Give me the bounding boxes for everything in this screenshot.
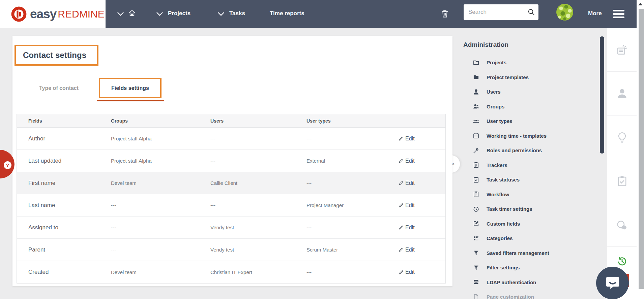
sidebar-scrollbar-thumb[interactable]	[600, 36, 604, 154]
user-types-icon	[473, 118, 479, 125]
person-icon	[616, 88, 628, 100]
app-logo[interactable]: easy REDMINE	[0, 0, 106, 28]
key-icon	[473, 147, 479, 154]
right-icon-rail	[607, 28, 637, 299]
pencil-icon	[398, 180, 404, 186]
sidebar-item-filter-settings[interactable]: Filter settings	[463, 260, 598, 275]
page-title: Contact settings	[16, 51, 86, 60]
sidebar-item-trackers[interactable]: Trackers	[463, 158, 598, 173]
nav-item-tasks[interactable]: Tasks	[229, 10, 245, 17]
chat-icon	[616, 219, 628, 231]
sidebar-item-label: Task statuses	[487, 177, 520, 182]
more-button[interactable]: More	[588, 10, 602, 17]
sidebar-item-label: Filter settings	[487, 265, 520, 270]
clipboard-grid-icon	[473, 191, 479, 198]
sidebar-item-user-types[interactable]: User types	[463, 114, 598, 129]
top-navbar: easy REDMINE Projects Tasks Time reports…	[0, 0, 644, 28]
pencil-icon	[398, 158, 404, 164]
table-header-row: FieldsGroupsUsersUser types	[17, 114, 445, 128]
user-icon	[473, 89, 479, 95]
pencil-icon	[398, 247, 404, 253]
scrollbar-thumb[interactable]	[639, 9, 644, 289]
cell-fields: Last updated	[17, 158, 99, 164]
sidebar-item-roles-and-permissions[interactable]: Roles and permissions	[463, 143, 598, 158]
column-header: Fields	[17, 118, 99, 124]
edit-button[interactable]: Edit	[388, 225, 445, 231]
edit-button[interactable]: Edit	[388, 247, 445, 253]
trash-icon[interactable]	[440, 8, 449, 19]
cell-groups: Devel team	[99, 269, 199, 275]
sidebar-item-custom-fields[interactable]: Custom fields	[463, 217, 598, 231]
edit-button[interactable]: Edit	[388, 158, 445, 164]
menu-icon[interactable]	[613, 10, 624, 20]
home-icon[interactable]	[128, 9, 136, 17]
pencil-icon	[398, 225, 404, 230]
table-row: AuthorProject staff Alpha------Edit	[17, 128, 445, 150]
rail-button-task-check[interactable]	[607, 159, 637, 203]
table-row: CreatedDevel teamChristian IT Expert---E…	[17, 261, 445, 283]
cell-groups: ---	[99, 225, 199, 230]
edit-button[interactable]: Edit	[388, 202, 445, 208]
chevron-down-icon[interactable]	[117, 12, 124, 16]
fields-table: FieldsGroupsUsersUser types AuthorProjec…	[17, 114, 446, 284]
sidebar-item-working-time-templates[interactable]: Working time - templates	[463, 129, 598, 143]
edit-button[interactable]: Edit	[388, 180, 445, 186]
search-icon[interactable]	[527, 8, 535, 16]
tab-type-of-contact[interactable]: Type of contact	[39, 85, 79, 91]
sidebar-item-label: Users	[487, 89, 501, 95]
rail-button-chat[interactable]	[607, 203, 637, 247]
page-scrollbar[interactable]	[637, 0, 644, 299]
sidebar-item-users[interactable]: Users	[463, 85, 598, 99]
avatar[interactable]	[556, 4, 573, 21]
cell-users: ---	[199, 202, 295, 208]
column-header: Groups	[99, 118, 199, 124]
sidebar-item-projects[interactable]: Projects	[463, 55, 598, 70]
nav-item-time-reports[interactable]: Time reports	[270, 10, 304, 17]
cell-fields: Created	[17, 269, 99, 275]
sidebar-item-task-statuses[interactable]: Task statuses	[463, 172, 598, 187]
sidebar-item-categories[interactable]: Categories	[463, 231, 598, 246]
cell-users: Christian IT Expert	[199, 269, 295, 275]
sidebar-item-saved-filters-management[interactable]: Saved filters management	[463, 246, 598, 261]
sidebar-item-project-templates[interactable]: Project templates	[463, 70, 598, 85]
cell-groups: Project staff Alpha	[99, 158, 199, 164]
tab-fields-settings[interactable]: Fields settings	[99, 78, 162, 98]
chevron-down-icon[interactable]	[217, 12, 225, 16]
sidebar-item-label: Task timer settings	[487, 206, 532, 212]
clipboard-list-icon	[473, 162, 479, 168]
rail-button-person[interactable]	[607, 72, 637, 115]
users-icon	[473, 103, 479, 110]
table-row: First nameDevel teamCallie Client---Edit	[17, 172, 445, 194]
sidebar-item-ldap-authentication[interactable]: LDAP authentication	[463, 275, 598, 290]
cell-fields: Author	[17, 135, 99, 142]
edit-button[interactable]: Edit	[388, 136, 445, 142]
edit-button[interactable]: Edit	[388, 269, 445, 275]
cell-groups: ---	[99, 202, 199, 208]
column-header: Users	[199, 118, 295, 124]
table-row: Last name------Project ManagerEdit	[17, 194, 445, 217]
scroll-up-arrow-icon[interactable]	[638, 3, 642, 5]
sidebar-item-groups[interactable]: Groups	[463, 99, 598, 114]
rail-button-bulb[interactable]	[607, 115, 637, 159]
sidebar-item-page-customization[interactable]: Page customization	[463, 290, 598, 299]
sidebar-item-task-timer-settings[interactable]: Task timer settings	[463, 202, 598, 217]
chat-launcher-button[interactable]	[596, 267, 629, 299]
nav-item-projects[interactable]: Projects	[168, 10, 191, 17]
cell-user-types: ---	[295, 136, 388, 141]
cell-fields: Last name	[17, 202, 99, 209]
edit-label: Edit	[405, 269, 415, 275]
chat-bubble-icon	[604, 274, 622, 292]
cell-users: ---	[199, 136, 295, 141]
edit-label: Edit	[405, 225, 415, 231]
admin-sidebar: ProjectsProject templatesUsersGroupsUser…	[463, 55, 598, 299]
cell-groups: ---	[99, 247, 199, 253]
sidebar-item-label: Roles and permissions	[487, 147, 542, 153]
sidebar-heading: Administration	[463, 41, 508, 48]
sidebar-item-workflow[interactable]: Workflow	[463, 187, 598, 202]
cell-fields: First name	[17, 180, 99, 187]
table-row: Last updatedProject staff Alpha---Extern…	[17, 150, 445, 172]
rail-button-news[interactable]	[607, 28, 637, 72]
filter-icon	[473, 264, 479, 271]
chevron-down-icon[interactable]	[156, 12, 164, 16]
search-box	[464, 4, 538, 20]
